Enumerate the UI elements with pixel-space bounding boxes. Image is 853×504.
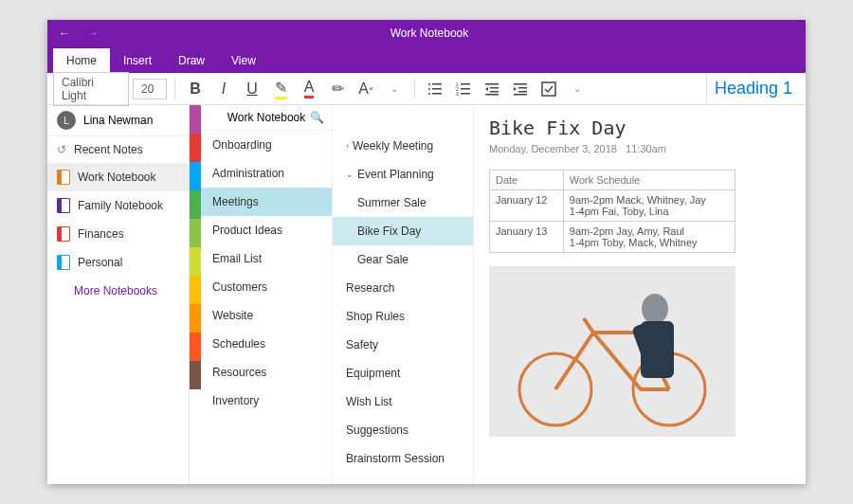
page-item[interactable]: ›Weekly Meeting	[333, 132, 473, 160]
content-image	[489, 266, 735, 437]
ribbon-tabs: Home Insert Draw View	[47, 46, 806, 73]
ribbon: Calibri Light 20 B I U ✎ A ✏ A× ⌄ 123 ⌄ …	[47, 73, 806, 105]
section-color-tabs	[190, 105, 201, 484]
clock-icon: ↺	[57, 143, 66, 156]
svg-text:3: 3	[456, 91, 459, 97]
notebook-icon	[57, 226, 70, 242]
section-color-tab[interactable]	[190, 304, 201, 333]
clear-format-button[interactable]: A×	[354, 77, 378, 101]
svg-rect-9	[461, 88, 470, 90]
section-item[interactable]: Schedules	[201, 330, 332, 358]
format-painter-button[interactable]: ✏	[325, 77, 350, 101]
svg-rect-7	[461, 83, 470, 85]
font-color-button[interactable]: A	[297, 77, 321, 101]
section-item[interactable]: Product Ideas	[201, 216, 332, 244]
page-item[interactable]: Shop Rules	[333, 302, 473, 331]
app-window: ← → Work Notebook Home Insert Draw View …	[47, 20, 806, 484]
bold-button[interactable]: B	[183, 77, 208, 101]
table-header: Work Schedule	[563, 171, 735, 190]
font-select[interactable]: Calibri Light	[53, 72, 129, 106]
font-size-select[interactable]: 20	[133, 79, 167, 99]
highlight-button[interactable]: ✎	[268, 77, 293, 101]
style-select[interactable]: Heading 1	[706, 73, 800, 104]
section-color-tab[interactable]	[190, 247, 201, 276]
tab-view[interactable]: View	[218, 48, 269, 73]
bullet-list-button[interactable]	[423, 77, 447, 101]
body: L Lina Newman ↺ Recent Notes Work Notebo…	[47, 105, 806, 484]
section-color-tab[interactable]	[190, 162, 201, 190]
number-list-button[interactable]: 123	[451, 77, 476, 101]
section-item[interactable]: Administration	[201, 159, 332, 188]
page-item[interactable]: Safety	[333, 331, 473, 359]
section-color-tab[interactable]	[190, 134, 201, 162]
schedule-table[interactable]: Date Work Schedule January 129am-2pm Mac…	[489, 170, 735, 253]
notebook-item[interactable]: Personal	[47, 248, 189, 277]
section-item[interactable]: Website	[201, 301, 332, 330]
table-header: Date	[490, 171, 564, 190]
chevron-icon: ⌄	[346, 170, 354, 179]
page-item[interactable]: Equipment	[333, 359, 473, 387]
page-item[interactable]: Research	[333, 274, 473, 302]
search-icon[interactable]: 🔍	[310, 111, 324, 124]
pages-column: ›Weekly Meeting⌄Event PlanningSummer Sal…	[332, 105, 474, 484]
svg-rect-13	[490, 87, 499, 89]
section-item[interactable]: Meetings	[201, 188, 332, 216]
notebook-item[interactable]: Work Notebook	[47, 163, 189, 191]
outdent-button[interactable]	[480, 77, 504, 101]
chevron-icon: ›	[346, 141, 349, 151]
user-account[interactable]: L Lina Newman	[47, 105, 189, 136]
page-date: Monday, December 3, 2018 11:30am	[489, 143, 790, 160]
page-title[interactable]: Bike Fix Day	[489, 117, 790, 139]
page-item[interactable]: ⌄Event Planning	[333, 160, 473, 189]
table-row[interactable]: January 129am-2pm Mack, Whitney, Jay1-4p…	[490, 190, 735, 222]
section-item[interactable]: Onboarding	[201, 131, 332, 159]
page-item[interactable]: Wish List	[333, 387, 473, 416]
section-item[interactable]: Inventory	[201, 387, 332, 415]
section-color-tab[interactable]	[190, 276, 201, 304]
svg-rect-18	[518, 91, 527, 93]
section-item[interactable]: Resources	[201, 358, 332, 387]
notebook-item[interactable]: Finances	[47, 220, 189, 248]
italic-button[interactable]: I	[211, 77, 236, 101]
notebook-icon	[57, 170, 70, 185]
section-item[interactable]: Email List	[201, 244, 332, 273]
window-title: Work Notebook	[110, 27, 749, 40]
section-color-tab[interactable]	[190, 190, 201, 219]
indent-button[interactable]	[508, 77, 533, 101]
more-paragraph-button[interactable]: ⌄	[565, 77, 590, 101]
svg-rect-17	[518, 87, 527, 89]
section-color-tab[interactable]	[190, 361, 201, 389]
notebook-item[interactable]: Family Notebook	[47, 191, 189, 220]
underline-button[interactable]: U	[240, 77, 264, 101]
page-item[interactable]: Brainstorm Session	[333, 444, 473, 473]
section-header: Work Notebook 🔍	[201, 105, 332, 131]
svg-rect-15	[485, 94, 499, 96]
svg-point-0	[428, 83, 430, 85]
svg-rect-12	[485, 83, 499, 85]
page-item[interactable]: Gear Sale	[333, 245, 473, 274]
page-item[interactable]: Suggestions	[333, 416, 473, 444]
recent-notes[interactable]: ↺ Recent Notes	[47, 136, 189, 163]
tab-draw[interactable]: Draw	[165, 48, 218, 73]
section-color-tab[interactable]	[190, 333, 201, 361]
page-item[interactable]: Bike Fix Day	[333, 217, 473, 245]
svg-rect-3	[432, 88, 442, 90]
table-row[interactable]: January 139am-2pm Jay, Amy, Raul1-4pm To…	[490, 222, 735, 253]
todo-button[interactable]	[536, 77, 561, 101]
page-content[interactable]: Bike Fix Day Monday, December 3, 2018 11…	[474, 105, 806, 484]
more-font-button[interactable]: ⌄	[382, 77, 407, 101]
page-item[interactable]: Summer Sale	[333, 189, 473, 217]
more-notebooks[interactable]: More Notebooks	[47, 277, 189, 305]
tab-insert[interactable]: Insert	[110, 48, 165, 73]
svg-rect-20	[542, 82, 555, 96]
tab-home[interactable]: Home	[53, 48, 110, 73]
section-color-tab[interactable]	[190, 105, 201, 134]
forward-button[interactable]: →	[87, 27, 99, 40]
section-item[interactable]: Customers	[201, 273, 332, 301]
section-color-tab[interactable]	[190, 219, 201, 247]
back-button[interactable]: ←	[59, 27, 70, 40]
svg-rect-11	[461, 93, 470, 95]
svg-rect-16	[514, 83, 527, 85]
notebook-icon	[57, 198, 70, 213]
avatar: L	[57, 111, 76, 130]
